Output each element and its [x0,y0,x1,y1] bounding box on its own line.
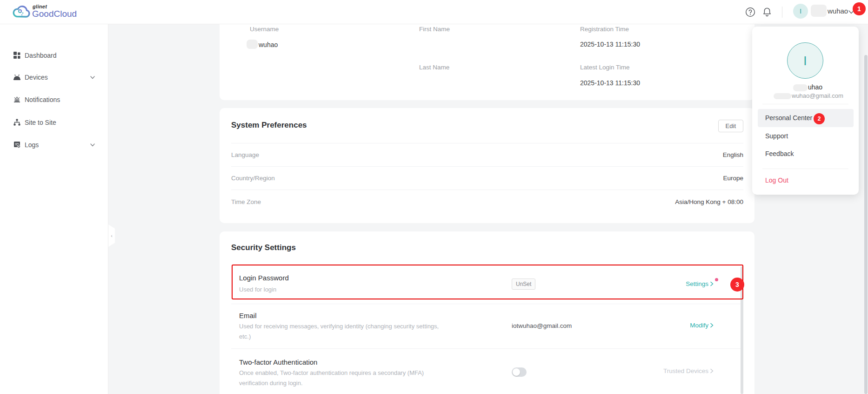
log-out-button[interactable]: Log Out [765,177,788,184]
goodcloud-logo-icon [12,4,31,20]
username-label: Username [250,26,279,33]
latest-login-time-label: Latest Login Time [580,64,630,71]
system-preferences-title: System Preferences [231,121,307,130]
sidebar-item-dashboard[interactable]: Dashboard [0,48,108,63]
country-region-label: Country/Region [231,175,275,182]
email-description-line2: etc.) [239,333,500,340]
sidebar-collapse-handle[interactable]: ‹ [108,224,115,247]
censored-email-prefix [774,93,791,99]
user-email: wuhao@gmail.com [792,92,843,99]
annotation-badge-2: 2 [814,113,825,124]
dashboard-icon [13,51,21,59]
two-factor-description-line1: Once enabled, Two-factor authentication … [239,369,500,376]
notification-dot [715,278,718,281]
brand-product: GoodCloud [32,9,77,19]
sidebar-item-site-to-site[interactable]: Site to Site [0,115,108,130]
menu-item-feedback[interactable]: Feedback [758,145,854,163]
sidebar-item-logs[interactable]: Logs [0,137,108,152]
trusted-devices-link[interactable]: Trusted Devices [663,367,714,374]
system-preferences-rows: Language English Country/Region Europe T… [231,143,743,213]
two-factor-title: Two-factor Authentication [239,358,317,366]
chevron-down-icon [90,75,95,80]
language-label: Language [231,151,259,158]
sidebar-item-notifications[interactable]: Notifications [0,92,108,107]
time-zone-value: Asia/Hong Kong + 08:00 [675,198,743,205]
header-avatar[interactable]: I [793,4,808,19]
time-zone-label: Time Zone [231,198,261,205]
alarm-icon [13,95,21,103]
first-name-label: First Name [419,26,450,33]
last-name-label: Last Name [419,64,449,71]
email-modify-link[interactable]: Modify [690,322,714,329]
sidebar-item-label: Logs [25,141,39,149]
email-modify-label: Modify [690,322,708,329]
language-row: Language English [231,143,743,167]
chevron-right-icon [710,368,714,374]
chevron-down-icon [90,143,95,147]
user-dropdown-menu: I uhao wuhao@gmail.com Personal Center 2… [752,27,859,195]
two-factor-toggle[interactable] [512,367,527,377]
country-region-value: Europe [723,175,743,182]
chevron-right-icon [710,323,714,328]
logs-icon [13,141,21,149]
top-header: glinet GoodCloud I wuhao 1 [0,0,868,24]
row-divider [231,348,743,349]
sidebar-nav: Dashboard Devices Notific [0,24,108,394]
system-preferences-card: System Preferences Edit Language English… [220,108,754,223]
user-menu-avatar: I [787,42,823,79]
account-info-card: Username First Name Registration Time wu… [220,24,754,100]
annotation-badge-3: 3 [730,278,744,292]
help-icon[interactable] [745,7,756,18]
menu-divider [762,169,848,169]
header-divider [782,7,782,18]
time-zone-row: Time Zone Asia/Hong Kong + 08:00 [231,190,743,213]
user-display-name: uhao [808,83,822,91]
header-username[interactable]: wuhao [828,7,848,15]
menu-item-personal-center[interactable]: Personal Center [758,109,854,127]
annotation-badge-1: 1 [853,2,866,15]
password-status-badge: UnSet [512,279,535,290]
email-title: Email [239,312,257,319]
security-settings-card: Security Settings Login Password Used fo… [220,231,754,394]
menu-item-support[interactable]: Support [758,127,854,145]
censored-username-prefix [811,5,827,17]
annotation-highlight-rect [232,265,743,299]
sidebar-item-label: Dashboard [25,52,57,59]
trusted-devices-label: Trusted Devices [663,367,708,374]
network-topology-icon [13,118,21,126]
sidebar-item-label: Devices [25,74,48,81]
sidebar-item-devices[interactable]: Devices [0,70,108,85]
row-divider [231,304,743,304]
registration-time-value: 2025-10-13 11:15:30 [580,41,640,48]
menu-divider [762,104,848,104]
login-password-description: Used for login [239,286,500,293]
country-region-row: Country/Region Europe [231,167,743,190]
chevron-right-icon [710,281,714,286]
sidebar-item-label: Notifications [25,96,60,103]
bell-icon[interactable] [761,7,773,18]
password-settings-label: Settings [686,280,708,287]
page-scrollbar-thumb[interactable] [864,55,868,394]
sidebar-item-label: Site to Site [25,119,56,126]
password-settings-link[interactable]: Settings [686,280,714,287]
router-icon [13,73,21,81]
registration-time-label: Registration Time [580,26,629,33]
latest-login-time-value: 2025-10-13 11:15:30 [580,79,640,87]
email-value: iotwuhao@gmail.com [512,322,572,329]
email-description-line1: Used for receiving messages, verifying i… [239,323,500,330]
two-factor-description-line2: verification during login. [239,380,500,387]
censored-name-prefix [793,84,808,91]
language-value: English [723,151,743,158]
security-settings-title: Security Settings [231,243,296,252]
login-password-title: Login Password [239,274,289,282]
toggle-knob [513,368,520,376]
goodcloud-app: glinet GoodCloud I wuhao 1 D [0,0,868,394]
edit-button[interactable]: Edit [718,120,743,132]
censored-username-prefix [247,40,258,49]
username-value: wuhao [259,41,278,48]
